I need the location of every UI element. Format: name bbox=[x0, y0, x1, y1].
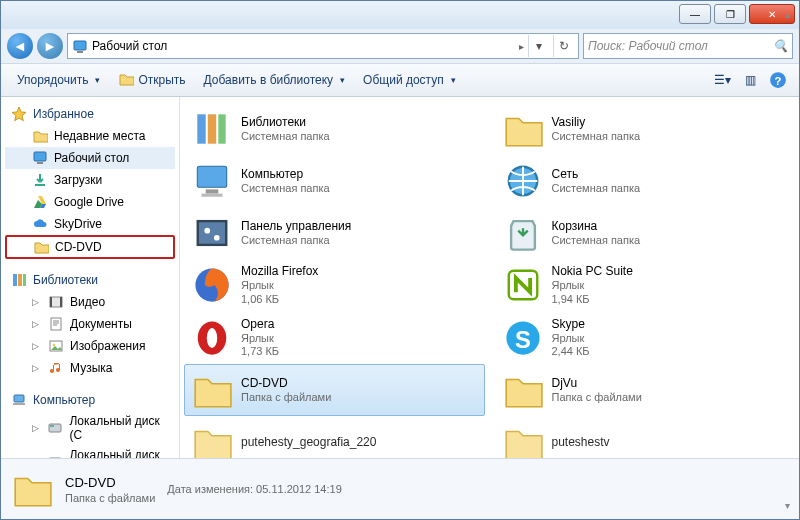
navigation-pane: Избранное Недавние места Рабочий стол За… bbox=[1, 97, 180, 458]
star-icon bbox=[11, 106, 27, 122]
sidebar-item-documents[interactable]: ▷Документы bbox=[5, 313, 175, 335]
sidebar-item-recent[interactable]: Недавние места bbox=[5, 125, 175, 147]
sidebar-item-desktop[interactable]: Рабочий стол bbox=[5, 147, 175, 169]
item-djvu[interactable]: DjVuПапка с файлами bbox=[495, 364, 796, 416]
search-placeholder: Поиск: Рабочий стол bbox=[588, 39, 708, 53]
details-pane: CD-DVD Папка с файлами Дата изменения: 0… bbox=[1, 459, 799, 519]
recycle-icon bbox=[502, 212, 544, 254]
details-modified-label: Дата изменения: bbox=[167, 483, 253, 495]
folder-icon bbox=[502, 369, 544, 411]
sidebar-computer-header[interactable]: Компьютер bbox=[1, 389, 179, 411]
sidebar-item-video[interactable]: ▷Видео bbox=[5, 291, 175, 313]
sidebar-item-gdrive[interactable]: Google Drive bbox=[5, 191, 175, 213]
sidebar-item-music[interactable]: ▷Музыка bbox=[5, 357, 175, 379]
item-partial-1[interactable]: putehesty_geografia_220 bbox=[184, 416, 485, 458]
explorer-window: — ❐ ✕ ◄ ► Рабочий стол ▸ ▾ ↻ Поиск: Рабо… bbox=[0, 0, 800, 520]
disk-icon bbox=[47, 454, 63, 458]
chevron-right-icon: ▷ bbox=[32, 297, 42, 307]
opera-icon bbox=[191, 317, 233, 359]
item-partial-2[interactable]: puteshestv bbox=[495, 416, 796, 458]
network-icon bbox=[502, 160, 544, 202]
sidebar-item-skydrive[interactable]: SkyDrive bbox=[5, 213, 175, 235]
chevron-right-icon: ▷ bbox=[32, 319, 42, 329]
image-icon bbox=[48, 338, 64, 354]
details-name: CD-DVD bbox=[65, 475, 155, 490]
address-bar[interactable]: Рабочий стол ▸ ▾ ↻ bbox=[67, 33, 579, 59]
skype-icon bbox=[502, 317, 544, 359]
folder-icon bbox=[191, 369, 233, 411]
scrollbar[interactable]: ▴▾ bbox=[779, 97, 795, 458]
cpanel-icon bbox=[191, 212, 233, 254]
computer-icon bbox=[11, 392, 27, 408]
library-icon bbox=[11, 272, 27, 288]
sidebar-item-disk-c[interactable]: ▷Локальный диск (C bbox=[5, 411, 175, 445]
item-control-panel[interactable]: Панель управленияСистемная папка bbox=[184, 207, 485, 259]
folder-icon bbox=[191, 421, 233, 458]
item-computer[interactable]: КомпьютерСистемная папка bbox=[184, 155, 485, 207]
file-list: БиблиотекиСистемная папка VasiliyСистемн… bbox=[180, 97, 799, 458]
navigation-row: ◄ ► Рабочий стол ▸ ▾ ↻ Поиск: Рабочий ст… bbox=[1, 29, 799, 63]
video-icon bbox=[48, 294, 64, 310]
add-to-library-button[interactable]: Добавить в библиотеку bbox=[196, 69, 354, 91]
item-cd-dvd[interactable]: CD-DVDПапка с файлами bbox=[184, 364, 485, 416]
disk-icon bbox=[47, 420, 63, 436]
item-network[interactable]: СетьСистемная папка bbox=[495, 155, 796, 207]
recent-icon bbox=[32, 128, 48, 144]
sidebar-item-cd-dvd[interactable]: CD-DVD bbox=[5, 235, 175, 259]
folder-icon bbox=[118, 71, 134, 90]
item-recycle-bin[interactable]: КорзинаСистемная папка bbox=[495, 207, 796, 259]
chevron-right-icon: ▷ bbox=[32, 457, 41, 458]
preview-pane-button[interactable]: ▥ bbox=[737, 67, 763, 93]
folder-icon bbox=[502, 421, 544, 458]
chevron-right-icon: ▷ bbox=[32, 341, 42, 351]
item-nokia[interactable]: Nokia PC SuiteЯрлык1,94 КБ bbox=[495, 259, 796, 312]
back-button[interactable]: ◄ bbox=[7, 33, 33, 59]
details-modified-value: 05.11.2012 14:19 bbox=[256, 483, 342, 495]
details-type: Папка с файлами bbox=[65, 492, 155, 504]
firefox-icon bbox=[191, 264, 233, 306]
music-icon bbox=[48, 360, 64, 376]
download-icon bbox=[32, 172, 48, 188]
item-skype[interactable]: SkypeЯрлык2,44 КБ bbox=[495, 312, 796, 365]
computer-icon bbox=[191, 160, 233, 202]
library-icon bbox=[191, 108, 233, 150]
search-input[interactable]: Поиск: Рабочий стол 🔍 bbox=[583, 33, 793, 59]
item-libraries[interactable]: БиблиотекиСистемная папка bbox=[184, 103, 485, 155]
forward-button[interactable]: ► bbox=[37, 33, 63, 59]
minimize-button[interactable]: — bbox=[679, 4, 711, 24]
chevron-right-icon: ▷ bbox=[32, 423, 41, 433]
monitor-icon bbox=[32, 150, 48, 166]
folder-icon bbox=[11, 468, 53, 510]
chevron-right-icon: ▷ bbox=[32, 363, 42, 373]
address-text: Рабочий стол bbox=[92, 39, 515, 53]
document-icon bbox=[48, 316, 64, 332]
user-folder-icon bbox=[502, 108, 544, 150]
maximize-button[interactable]: ❐ bbox=[714, 4, 746, 24]
sidebar-item-downloads[interactable]: Загрузки bbox=[5, 169, 175, 191]
item-opera[interactable]: OperaЯрлык1,73 КБ bbox=[184, 312, 485, 365]
sidebar-libraries-header[interactable]: Библиотеки bbox=[1, 269, 179, 291]
title-bar: — ❐ ✕ bbox=[1, 1, 799, 29]
folder-icon bbox=[33, 239, 49, 255]
breadcrumb-sep-icon: ▸ bbox=[519, 41, 524, 52]
open-button[interactable]: Открыть bbox=[110, 67, 193, 94]
share-button[interactable]: Общий доступ bbox=[355, 69, 464, 91]
sidebar-favorites-header[interactable]: Избранное bbox=[1, 103, 179, 125]
body: Избранное Недавние места Рабочий стол За… bbox=[1, 97, 799, 459]
item-firefox[interactable]: Mozilla FirefoxЯрлык1,06 КБ bbox=[184, 259, 485, 312]
monitor-icon bbox=[72, 39, 88, 53]
gdrive-icon bbox=[32, 194, 48, 210]
organize-button[interactable]: Упорядочить bbox=[9, 69, 108, 91]
skydrive-icon bbox=[32, 216, 48, 232]
address-history-button[interactable]: ▾ bbox=[528, 35, 549, 57]
view-options-button[interactable]: ☰▾ bbox=[709, 67, 735, 93]
sidebar-item-images[interactable]: ▷Изображения bbox=[5, 335, 175, 357]
toolbar: Упорядочить Открыть Добавить в библиотек… bbox=[1, 63, 799, 97]
refresh-button[interactable]: ↻ bbox=[553, 35, 574, 57]
sidebar-item-disk-d[interactable]: ▷Локальный диск (D bbox=[5, 445, 175, 458]
item-user-folder[interactable]: VasiliyСистемная папка bbox=[495, 103, 796, 155]
nokia-icon bbox=[502, 264, 544, 306]
